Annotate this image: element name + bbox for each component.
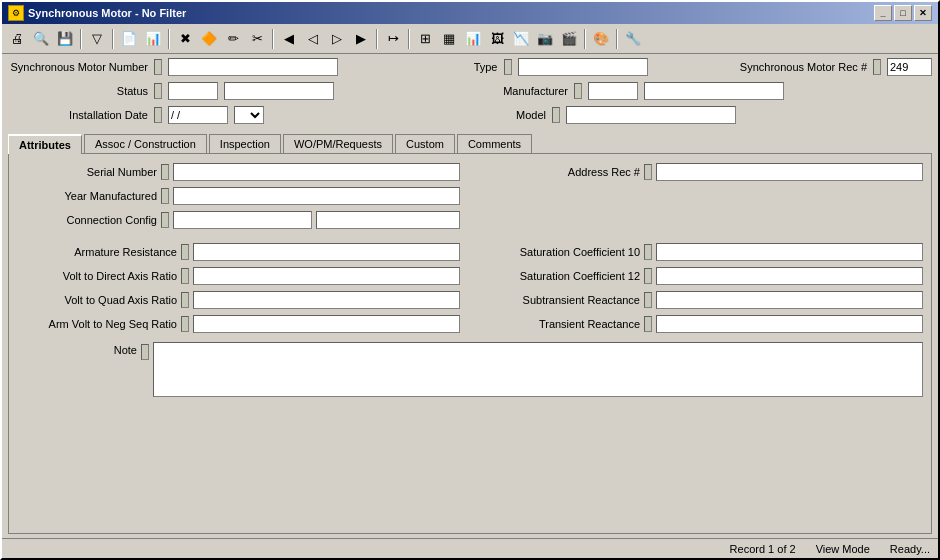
- armature-resistance-row: Armature Resistance: [17, 242, 460, 262]
- manufacturer-code-input[interactable]: [588, 82, 638, 100]
- media-button[interactable]: 🎬: [558, 28, 580, 50]
- rec-input[interactable]: [887, 58, 932, 76]
- sat-coeff-12-input[interactable]: [656, 267, 923, 285]
- minimize-button[interactable]: _: [874, 5, 892, 21]
- serial-number-input[interactable]: [173, 163, 460, 181]
- view-mode-status: View Mode: [816, 543, 870, 555]
- subtransient-reactance-input[interactable]: [656, 291, 923, 309]
- special-button[interactable]: 🔧: [622, 28, 644, 50]
- table-button[interactable]: ▦: [438, 28, 460, 50]
- address-rec-row: Address Rec #: [480, 162, 923, 182]
- sat-coeff-10-marker: [644, 244, 652, 260]
- delete-button[interactable]: ✖: [174, 28, 196, 50]
- grid-button[interactable]: ⊞: [414, 28, 436, 50]
- palette-button[interactable]: 🎨: [590, 28, 612, 50]
- volt-direct-axis-label: Volt to Direct Axis Ratio: [17, 270, 177, 282]
- address-rec-input[interactable]: [656, 163, 923, 181]
- subtransient-reactance-label: Subtransient Reactance: [480, 294, 640, 306]
- separator-4: [272, 29, 274, 49]
- nav-first-button[interactable]: ◀: [278, 28, 300, 50]
- page-button[interactable]: 📄: [118, 28, 140, 50]
- tab-custom[interactable]: Custom: [395, 134, 455, 154]
- armature-resistance-marker: [181, 244, 189, 260]
- year-manufactured-input[interactable]: [173, 187, 460, 205]
- armature-resistance-input[interactable]: [193, 243, 460, 261]
- rec-marker: [873, 59, 881, 75]
- installation-date-input[interactable]: [168, 106, 228, 124]
- connection-config-label: Connection Config: [17, 214, 157, 226]
- separator-2: [112, 29, 114, 49]
- address-rec-label: Address Rec #: [480, 166, 640, 178]
- subtransient-reactance-marker: [644, 292, 652, 308]
- type-marker: [504, 59, 512, 75]
- motor-number-input[interactable]: [168, 58, 338, 76]
- sat-coeff-12-row: Saturation Coefficient 12: [480, 266, 923, 286]
- tab-attributes[interactable]: Attributes: [8, 134, 82, 154]
- model-marker: [552, 107, 560, 123]
- toolbar: 🖨 🔍 💾 ▽ 📄 📊 ✖ 🔶 ✏ ✂ ◀ ◁ ▷ ▶ ↦ ⊞ ▦ 📊 🖼 📉 …: [2, 24, 938, 54]
- installation-date-label: Installation Date: [8, 109, 148, 121]
- pencil-button[interactable]: ✏: [222, 28, 244, 50]
- image-button[interactable]: 🖼: [486, 28, 508, 50]
- separator-5: [376, 29, 378, 49]
- type-input[interactable]: [518, 58, 648, 76]
- nav-last-button[interactable]: ▶: [350, 28, 372, 50]
- volt-direct-axis-input[interactable]: [193, 267, 460, 285]
- chart-button[interactable]: 📊: [462, 28, 484, 50]
- save-button[interactable]: 💾: [54, 28, 76, 50]
- connection-config-desc-input[interactable]: [316, 211, 460, 229]
- print-button[interactable]: 🖨: [6, 28, 28, 50]
- year-manufactured-row: Year Manufactured: [17, 186, 460, 206]
- sat-coeff-12-marker: [644, 268, 652, 284]
- year-manufactured-marker: [161, 188, 169, 204]
- motor-number-marker: [154, 59, 162, 75]
- tab-inspection[interactable]: Inspection: [209, 134, 281, 154]
- report-button[interactable]: 📊: [142, 28, 164, 50]
- tab-comments[interactable]: Comments: [457, 134, 532, 154]
- status-input[interactable]: [168, 82, 218, 100]
- camera-button[interactable]: 📷: [534, 28, 556, 50]
- date-dropdown[interactable]: [234, 106, 264, 124]
- note-label: Note: [17, 342, 137, 356]
- link-button[interactable]: ↦: [382, 28, 404, 50]
- manufacturer-name-input[interactable]: [644, 82, 784, 100]
- preview-button[interactable]: 🔍: [30, 28, 52, 50]
- arm-volt-neg-seq-input[interactable]: [193, 315, 460, 333]
- serial-number-marker: [161, 164, 169, 180]
- arm-volt-neg-seq-row: Arm Volt to Neg Seq Ratio: [17, 314, 460, 334]
- transient-reactance-marker: [644, 316, 652, 332]
- maximize-button[interactable]: □: [894, 5, 912, 21]
- tabs-container: Attributes Assoc / Construction Inspecti…: [8, 131, 932, 534]
- sat-coeff-12-label: Saturation Coefficient 12: [480, 270, 640, 282]
- record-status: Record 1 of 2: [730, 543, 796, 555]
- nav-prev-button[interactable]: ◁: [302, 28, 324, 50]
- model-input[interactable]: [566, 106, 736, 124]
- cut-button[interactable]: ✂: [246, 28, 268, 50]
- note-marker: [141, 344, 149, 360]
- filter-button[interactable]: ▽: [86, 28, 108, 50]
- rec-label: Synchronous Motor Rec #: [727, 61, 867, 73]
- sat-coeff-10-input[interactable]: [656, 243, 923, 261]
- transient-reactance-input[interactable]: [656, 315, 923, 333]
- transient-reactance-label: Transient Reactance: [480, 318, 640, 330]
- transient-reactance-row: Transient Reactance: [480, 314, 923, 334]
- graph-button[interactable]: 📉: [510, 28, 532, 50]
- connection-config-code-input[interactable]: [173, 211, 312, 229]
- armature-resistance-label: Armature Resistance: [17, 246, 177, 258]
- status-label: Status: [8, 85, 148, 97]
- note-textarea[interactable]: [153, 342, 923, 397]
- subtransient-reactance-row: Subtransient Reactance: [480, 290, 923, 310]
- status-desc-input[interactable]: [224, 82, 334, 100]
- tab-bar: Attributes Assoc / Construction Inspecti…: [8, 131, 932, 153]
- nav-next-button[interactable]: ▷: [326, 28, 348, 50]
- tab-wo-pm-requests[interactable]: WO/PM/Requests: [283, 134, 393, 154]
- tab-assoc-construction[interactable]: Assoc / Construction: [84, 134, 207, 154]
- edit-button[interactable]: 🔶: [198, 28, 220, 50]
- separator-6: [408, 29, 410, 49]
- close-button[interactable]: ✕: [914, 5, 932, 21]
- volt-quad-axis-input[interactable]: [193, 291, 460, 309]
- ready-status: Ready...: [890, 543, 930, 555]
- separator-8: [616, 29, 618, 49]
- volt-direct-axis-marker: [181, 268, 189, 284]
- serial-number-row: Serial Number: [17, 162, 460, 182]
